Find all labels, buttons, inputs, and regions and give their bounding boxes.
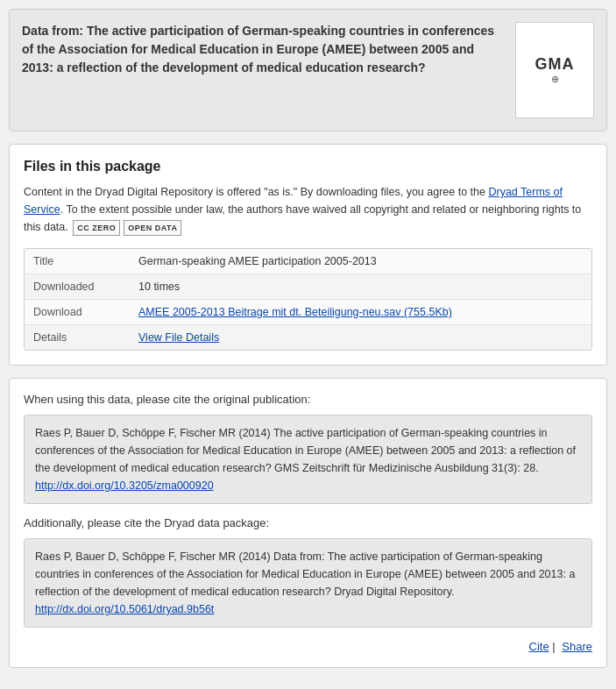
logo-text: GMA <box>535 55 575 74</box>
citation1-doi-link[interactable]: http://dx.doi.org/10.3205/zma000920 <box>35 479 214 492</box>
journal-logo: GMA ⊕ <box>515 22 594 118</box>
table-row-downloaded: Downloaded 10 times <box>25 274 591 300</box>
title-value: German-speaking AMEE participation 2005-… <box>138 255 377 267</box>
downloaded-label: Downloaded <box>33 281 138 293</box>
top-card: Data from: The active participation of G… <box>9 9 607 131</box>
title-label: Title <box>33 255 138 267</box>
citation2-doi-link[interactable]: http://dx.doi.org/10.5061/dryad.9b56t <box>35 603 214 615</box>
cite-button[interactable]: Cite <box>529 640 549 653</box>
details-label: Details <box>33 331 138 344</box>
table-row-details: Details View File Details <box>25 325 591 350</box>
file-table: Title German-speaking AMEE participation… <box>24 248 592 351</box>
open-data-badge: OPEN DATA <box>124 220 181 236</box>
files-heading: Files in this package <box>24 159 592 174</box>
citation-box2: Raes P, Bauer D, Schöppe F, Fischer MR (… <box>24 538 592 628</box>
citation2-text: Raes P, Bauer D, Schöppe F, Fischer MR (… <box>35 550 575 598</box>
files-description: Content in the Dryad Digital Repository … <box>24 183 592 236</box>
cite-actions: Cite | Share <box>24 640 592 653</box>
download-label: Download <box>33 306 138 318</box>
table-row-title: Title German-speaking AMEE participation… <box>25 249 591 274</box>
downloaded-value: 10 times <box>138 281 180 293</box>
share-button[interactable]: Share <box>562 640 592 653</box>
details-link-cell: View File Details <box>138 331 219 344</box>
view-file-details-link[interactable]: View File Details <box>138 331 219 344</box>
citation-card: When using this data, please cite the or… <box>9 378 607 668</box>
description-text1: Content in the Dryad Digital Repository … <box>24 186 488 198</box>
citation-intro1: When using this data, please cite the or… <box>24 393 592 406</box>
citation-box1: Raes P, Bauer D, Schöppe F, Fischer MR (… <box>24 415 592 504</box>
citation-intro2: Additionally, please cite the Dryad data… <box>24 516 592 529</box>
logo-icon: ⊕ <box>551 74 559 85</box>
cc-badges: CC ZERO OPEN DATA <box>73 220 181 236</box>
cc-zero-badge: CC ZERO <box>73 220 120 236</box>
table-row-download: Download AMEE 2005-2013 Beitrage mit dt.… <box>25 300 591 325</box>
download-link-cell: AMEE 2005-2013 Beitrage mit dt. Beteilig… <box>138 306 452 318</box>
paper-title: Data from: The active participation of G… <box>22 22 503 77</box>
download-file-link[interactable]: AMEE 2005-2013 Beitrage mit dt. Beteilig… <box>138 306 452 318</box>
actions-separator: | <box>552 640 558 653</box>
files-card: Files in this package Content in the Dry… <box>9 144 607 366</box>
citation1-text: Raes P, Bauer D, Schöppe F, Fischer MR (… <box>35 427 576 474</box>
